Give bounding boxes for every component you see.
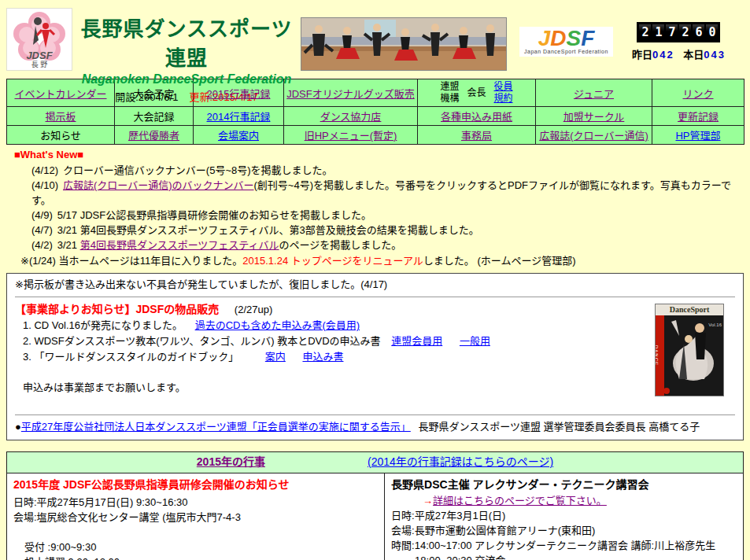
- alexander-party: 18:00~20:30 交流会: [415, 553, 737, 560]
- nav-cell[interactable]: 歴代優勝者: [115, 126, 194, 145]
- nav-old-menu[interactable]: 旧HPメニュー(暫定): [305, 130, 397, 142]
- bullet: ●: [15, 421, 21, 433]
- nav-goods[interactable]: JDSFオリジナルグッズ販売: [286, 88, 415, 100]
- visitor-counter: 217260 昨日042 本日043: [632, 22, 726, 61]
- nav-cell[interactable]: 加盟サークル: [536, 107, 652, 126]
- nav-cell[interactable]: 更新記録: [652, 107, 744, 126]
- seminar-sched-lecture: 机上講習:9:30~12:00: [24, 554, 378, 560]
- page: JDSF 長 野 長野県ダンススポーツ連盟 Naganoken DanceSpo…: [0, 0, 750, 560]
- dancesport-magazine-cover: DanceSport DANCE Vol.16: [655, 304, 724, 396]
- nav-cell[interactable]: リンク: [652, 79, 744, 107]
- news-item: (4/10)広報誌(クローバー通信)のバックナンバー(創刊号~4号)を掲載しまし…: [31, 178, 744, 208]
- spacer: [13, 525, 378, 540]
- goods-item-1: 1. CD Vol.16が発売になりました。 過去のCDも含めた申込み書(会員用…: [23, 318, 735, 333]
- page-title: 長野県ダンススポーツ連盟: [77, 13, 296, 71]
- nav-org-structure: 連盟機構: [440, 81, 459, 105]
- nav-cell[interactable]: HP管理部: [652, 126, 744, 145]
- bbs-restore-notice: ※掲示板が書き込み出来ない不具合が発生していましたが、復旧しました。(4/17): [15, 277, 735, 293]
- nav-cell: 大会記録: [115, 107, 194, 126]
- events-2015-link[interactable]: 2015年の行事: [197, 453, 265, 469]
- guide-info-link[interactable]: 案内: [265, 351, 286, 363]
- nav-cell-org: 連盟機構 会長 役員規約: [418, 79, 536, 107]
- page-subtitle: Naganoken DanceSport Federation: [77, 72, 296, 87]
- nav-cell[interactable]: ダンス協力店: [284, 107, 418, 126]
- news-item: (4/12)クローバー通信バックナンバー(5号~8号)を掲載しました。: [31, 163, 744, 178]
- alexander-detail-link[interactable]: 詳細はこちらのページでご覧下さい。: [433, 495, 607, 507]
- general-form-link[interactable]: 一般用: [460, 335, 490, 347]
- divider: [15, 414, 735, 415]
- nav-rec2014[interactable]: 2014行事記録: [207, 111, 271, 123]
- nav-bbs[interactable]: 掲示板: [45, 111, 76, 123]
- nav-champions[interactable]: 歴代優勝者: [128, 130, 179, 142]
- nav-junior[interactable]: ジュニア: [574, 88, 614, 100]
- nav-cell[interactable]: 2014行事記録: [194, 107, 284, 126]
- nav-oshirase: お知らせ: [40, 130, 81, 142]
- jdsf-logo-caption: Japan DanceSport Federation: [524, 49, 608, 54]
- logo-jdsf-text: JDSF: [26, 50, 53, 61]
- nav-cell[interactable]: 各種申込み用紙: [418, 107, 536, 126]
- nav-dance-shops[interactable]: ダンス協力店: [320, 111, 382, 123]
- seminar-sched-reception: 受付 :9:00~9:30: [24, 540, 378, 554]
- order-contact-line: 申込みは事業部までお願いします。: [23, 380, 735, 396]
- nav-cell[interactable]: JDSFオリジナルグッズ販売: [284, 79, 418, 107]
- events-table: 2015年の行事 (2014年の行事記録はこちらのページ) 2015年度 JDS…: [6, 451, 744, 560]
- dept-heading-line: 【事業部よりお知らせ】JDSFの物品販売 (2/27up): [15, 301, 735, 318]
- magazine-dancers-art: [656, 304, 724, 396]
- nav-kouhoushi[interactable]: 広報誌(クローバー通信): [539, 130, 648, 142]
- event-left-cell: 2015年度 JDSF公認長野県指導員研修会開催のお知らせ 日時:平成27年5月…: [7, 473, 385, 560]
- jdsf-logo-letters: JDSF: [524, 28, 608, 49]
- nav-cell[interactable]: 事務局: [418, 126, 536, 145]
- cd-order-form-link[interactable]: 過去のCDも含めた申込み書(会員用): [195, 319, 360, 331]
- nav-rules[interactable]: 規約: [494, 93, 513, 104]
- nav-venue-guide[interactable]: 会場案内: [218, 130, 259, 142]
- notice-box: ※掲示板が書き込み出来ない不具合が発生していましたが、復旧しました。(4/17)…: [6, 273, 744, 440]
- nav-cell[interactable]: 会場案内: [194, 126, 284, 145]
- goods-item-3: 3. 「ワールドダンススタイルのガイドブック」 案内 申込み書: [23, 349, 735, 365]
- seminar-title: 2015年度 JDSF公認長野県指導員研修会開催のお知らせ: [13, 477, 378, 492]
- dept-heading: 【事業部よりお知らせ】JDSFの物品販売: [15, 303, 219, 315]
- news-item: (4/2)3/21 第4回長野県ダンススポーツフェスティバルのページを掲載しまし…: [31, 238, 744, 252]
- header-dancers-photo: [301, 17, 507, 71]
- news-link[interactable]: 広報誌(クローバー通信)のバックナンバー: [63, 179, 254, 191]
- nav-update-log[interactable]: 更新記録: [678, 111, 719, 123]
- renewal-note: ※(1/24) 当ホームページは11年目に入りました。2015.1.24 トップ…: [20, 253, 744, 268]
- nav-cell: お知らせ: [7, 126, 115, 145]
- arrow-icon: →: [423, 495, 433, 507]
- divider: [15, 297, 735, 297]
- seminar-datetime: 日時:平成27年5月17日(日) 9:30~16:30: [13, 495, 378, 510]
- federation-logo: JDSF 長 野: [6, 8, 72, 71]
- nav-cell[interactable]: ジュニア: [536, 79, 652, 107]
- nav-cell[interactable]: 掲示板: [7, 107, 115, 126]
- counter-sub: 昨日042 本日043: [632, 46, 726, 61]
- alexander-datetime: 日時:平成27年3月1日(日): [391, 508, 737, 523]
- sakura-logo-icon: JDSF 長 野: [7, 9, 72, 70]
- member-form-link[interactable]: 連盟会員用: [391, 335, 442, 347]
- spacer: [15, 396, 735, 411]
- nav-office[interactable]: 事務局: [461, 130, 492, 142]
- yesterday-count: 042: [652, 49, 674, 61]
- news-link[interactable]: 第4回長野県ダンススポーツフェスティバル: [80, 239, 279, 251]
- nav-forms[interactable]: 各種申込み用紙: [441, 111, 512, 123]
- election-notice-link[interactable]: 平成27年度公益社団法人日本ダンススポーツ連盟「正会員選挙の実施に関する告示」: [21, 421, 411, 433]
- nav-rec2015[interactable]: 2015行事記録: [207, 88, 271, 100]
- today-count: 043: [704, 49, 726, 61]
- events-2014-link[interactable]: (2014年の行事記録はこちらのページ): [368, 453, 553, 469]
- nav-officers[interactable]: 役員: [494, 81, 513, 92]
- nav-event-calendar[interactable]: イベントカレンダー: [14, 88, 106, 100]
- nav-cell[interactable]: 広報誌(クローバー通信): [536, 126, 652, 145]
- yesterday-label: 昨日: [632, 49, 652, 61]
- guide-form-link[interactable]: 申込み書: [302, 351, 343, 363]
- alexander-venue: 会場:長野市運動公園体育館アリーナ(東和田): [391, 523, 737, 538]
- nav-hp-admin[interactable]: HP管理部: [675, 130, 720, 142]
- nav-circles[interactable]: 加盟サークル: [563, 111, 625, 123]
- today-label: 本日: [683, 49, 704, 61]
- nav-cell[interactable]: 旧HPメニュー(暫定): [284, 126, 418, 145]
- nav-org-president: 会長: [467, 87, 486, 99]
- nav-links[interactable]: リンク: [682, 88, 713, 100]
- event-right-cell: 長野県DSC主催 アレクサンダー・テクニーク講習会 →詳細はこちらのページでご覧…: [385, 473, 744, 560]
- nav-taikai-kiroku: 大会記録: [133, 111, 174, 123]
- goods-item-2: 2. WDSFダンススポーツ教本(ワルツ、タンゴ、ルンバ) 教本とDVDの申込み…: [23, 333, 735, 349]
- spacer: [15, 365, 735, 380]
- whats-new-list: (4/12)クローバー通信バックナンバー(5号~8号)を掲載しました。 (4/1…: [31, 163, 744, 252]
- election-notice-line: ●平成27年度公益社団法人日本ダンススポーツ連盟「正会員選挙の実施に関する告示」…: [15, 419, 735, 435]
